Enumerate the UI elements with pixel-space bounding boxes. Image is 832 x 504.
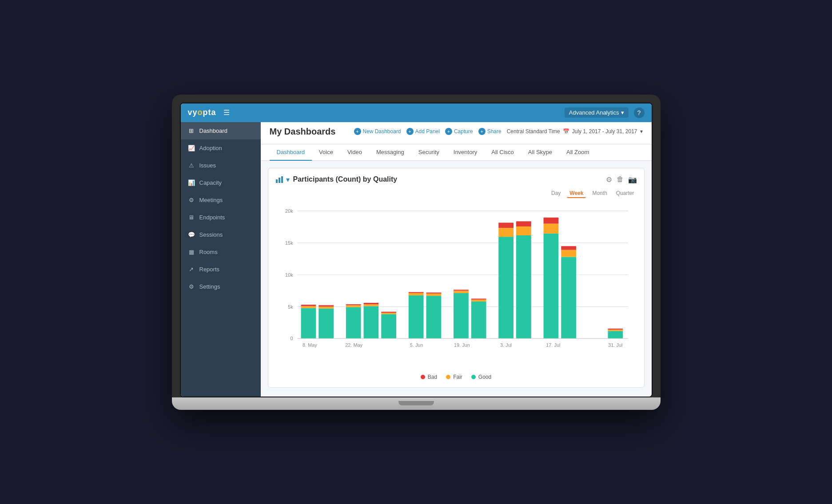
svg-rect-51 [561, 246, 576, 250]
day-button[interactable]: Day [549, 189, 563, 198]
svg-text:5k: 5k [288, 304, 293, 309]
logo: vyopta [188, 108, 216, 117]
new-dashboard-button[interactable]: + New Dashboard [354, 128, 401, 135]
svg-rect-17 [318, 306, 334, 308]
svg-rect-42 [498, 222, 514, 228]
add-panel-button[interactable]: + Add Panel [406, 128, 440, 135]
dash-title-row: My Dashboards + New Dashboard + Add Pane… [270, 127, 643, 137]
svg-rect-19 [346, 307, 361, 338]
svg-rect-47 [543, 223, 558, 233]
chart-container: 20k 15k 10k 5k 0 [275, 202, 637, 370]
tab-video[interactable]: Video [340, 144, 369, 161]
legend-good: Good [471, 374, 491, 380]
chart-type-dropdown[interactable]: ▾ [275, 175, 290, 184]
advanced-analytics-menu[interactable]: Advanced Analytics ▾ [565, 107, 629, 118]
tab-all_skype[interactable]: All Skype [521, 144, 559, 161]
svg-rect-18 [318, 305, 334, 306]
capture-button[interactable]: + Capture [445, 128, 473, 135]
tab-all_zoom[interactable]: All Zoom [559, 144, 596, 161]
svg-rect-25 [381, 314, 396, 338]
plus-icon: + [406, 128, 414, 135]
add-panel-label: Add Panel [415, 128, 440, 135]
sidebar-item-issues[interactable]: ⚠ Issues [181, 157, 261, 174]
sessions-icon: 💬 [188, 231, 195, 238]
bad-label: Bad [428, 374, 437, 380]
help-button[interactable]: ? [634, 107, 645, 118]
tab-dashboard[interactable]: Dashboard [270, 144, 312, 161]
sidebar-item-meetings[interactable]: ⚙ Meetings [181, 191, 261, 209]
svg-rect-52 [608, 331, 623, 338]
svg-text:19. Jun: 19. Jun [454, 342, 470, 347]
sidebar-item-capacity[interactable]: 📊 Capacity [181, 174, 261, 191]
topbar-right: Advanced Analytics ▾ ? [565, 107, 645, 118]
chart-title-row: ▾ Participants (Count) by Quality [275, 175, 398, 184]
week-button[interactable]: Week [567, 189, 586, 198]
svg-rect-38 [471, 299, 486, 301]
svg-text:22. May: 22. May [345, 342, 362, 347]
sidebar-label-rooms: Rooms [199, 249, 218, 255]
svg-text:10k: 10k [285, 272, 293, 277]
svg-rect-13 [301, 308, 316, 338]
sidebar-item-reports[interactable]: ↗ Reports [181, 261, 261, 278]
topbar-left: vyopta ☰ [188, 108, 230, 117]
svg-rect-2 [281, 176, 283, 183]
sidebar-label-capacity: Capacity [199, 179, 222, 186]
svg-rect-54 [608, 329, 623, 329]
rooms-icon: ▦ [188, 249, 195, 255]
svg-text:3. Jul: 3. Jul [500, 342, 512, 347]
trash-icon[interactable]: 🗑 [617, 175, 624, 184]
svg-rect-27 [381, 312, 396, 313]
svg-rect-31 [426, 296, 441, 338]
topbar: vyopta ☰ Advanced Analytics ▾ ? [181, 103, 652, 122]
svg-text:0: 0 [290, 336, 293, 341]
hamburger-icon[interactable]: ☰ [223, 108, 230, 117]
tab-voice[interactable]: Voice [312, 144, 340, 161]
plus-icon: + [354, 128, 361, 135]
chart-title: Participants (Count) by Quality [293, 175, 398, 183]
svg-rect-1 [279, 178, 280, 183]
camera-icon[interactable]: 📷 [628, 175, 637, 184]
sidebar-item-settings[interactable]: ⚙ Settings [181, 278, 261, 295]
bar-chart-icon [275, 176, 284, 183]
tab-all_cisco[interactable]: All Cisco [484, 144, 521, 161]
sidebar-item-rooms[interactable]: ▦ Rooms [181, 243, 261, 261]
svg-rect-36 [454, 290, 469, 290]
adoption-icon: 📈 [188, 145, 195, 151]
svg-rect-45 [516, 221, 531, 226]
settings-icon[interactable]: ⚙ [606, 175, 612, 184]
meetings-icon: ⚙ [188, 197, 195, 203]
content: My Dashboards + New Dashboard + Add Pane… [261, 122, 652, 397]
fair-dot [446, 375, 450, 379]
dashboard-header: My Dashboards + New Dashboard + Add Pane… [261, 122, 652, 144]
svg-rect-24 [363, 303, 378, 304]
calendar-icon: 📅 [563, 128, 569, 135]
good-label: Good [478, 374, 491, 380]
svg-rect-40 [498, 237, 514, 338]
legend-bad: Bad [421, 374, 437, 380]
sidebar-label-settings: Settings [199, 283, 220, 290]
svg-rect-39 [471, 298, 486, 299]
svg-rect-30 [408, 292, 423, 293]
svg-rect-48 [543, 217, 558, 223]
tab-messaging[interactable]: Messaging [369, 144, 411, 161]
sidebar-label-issues: Issues [199, 162, 216, 169]
svg-rect-43 [516, 235, 531, 338]
sidebar-item-adoption[interactable]: 📈 Adoption [181, 139, 261, 157]
dash-actions: + New Dashboard + Add Panel + Capture [354, 128, 643, 135]
sidebar-item-sessions[interactable]: 💬 Sessions [181, 226, 261, 243]
chart-panel: ▾ Participants (Count) by Quality ⚙ 🗑 📷 [268, 168, 645, 388]
quarter-button[interactable]: Quarter [613, 189, 637, 198]
svg-rect-53 [608, 329, 623, 331]
plus-icon: + [445, 128, 452, 135]
chart-legend: Bad Fair Good [275, 374, 637, 380]
share-button[interactable]: + Share [478, 128, 502, 135]
month-button[interactable]: Month [589, 189, 609, 198]
bar-chart-svg: 20k 15k 10k 5k 0 [275, 202, 637, 370]
tab-security[interactable]: Security [411, 144, 446, 161]
sidebar-item-dashboard[interactable]: ⊞ Dashboard [181, 122, 261, 139]
sidebar-item-endpoints[interactable]: 🖥 Endpoints [181, 209, 261, 226]
tab-inventory[interactable]: Inventory [446, 144, 484, 161]
svg-rect-34 [454, 293, 469, 338]
svg-rect-37 [471, 301, 486, 338]
svg-rect-21 [346, 304, 361, 305]
